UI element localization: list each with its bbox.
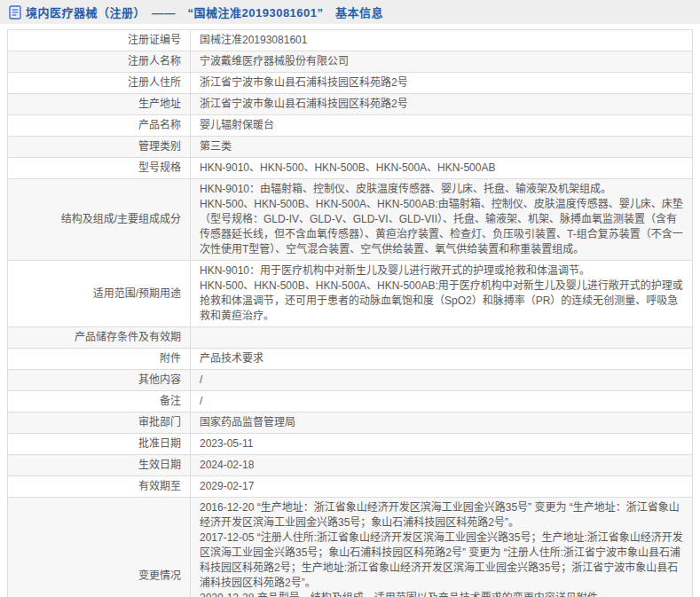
row-value: 2023-05-11 bbox=[191, 434, 693, 455]
info-table-container: 注册证编号 国械注准20193081601 注册人名称 宁波戴维医疗器械股份有限… bbox=[7, 29, 693, 597]
row-label: 注册人住所 bbox=[8, 73, 191, 94]
table-row-remarks: 备注 / bbox=[8, 391, 693, 412]
table-row-management-category: 管理类别 第三类 bbox=[8, 137, 693, 158]
row-value: 2016-12-20 “生产地址：浙江省象山经济开发区滨海工业园金兴路35号” … bbox=[191, 498, 693, 597]
row-label: 结构及组成/主要组成成分 bbox=[8, 179, 191, 261]
table-row-approval-department: 审批部门 国家药品监督管理局 bbox=[8, 412, 693, 434]
row-value: HKN-9010、HKN-500、HKN-500B、HKN-500A、HKN-5… bbox=[191, 158, 693, 179]
row-value bbox=[191, 327, 693, 349]
row-label: 型号规格 bbox=[8, 158, 191, 179]
row-label: 审批部门 bbox=[8, 412, 191, 434]
table-row-approval-date: 批准日期 2023-05-11 bbox=[8, 434, 693, 455]
page-header: 境内医疗器械（注册） —— “国械注准20193081601” 基本信息 bbox=[0, 0, 700, 24]
table-row-registrant-address: 注册人住所 浙江省宁波市象山县石浦科技园区科苑路2号 bbox=[8, 73, 693, 94]
row-label: 适用范围/预期用途 bbox=[8, 261, 191, 327]
row-label: 批准日期 bbox=[8, 434, 191, 455]
row-label: 变更情况 bbox=[8, 498, 191, 597]
table-row-production-address: 生产地址 浙江省宁波市象山县石浦科技园区科苑路2号 bbox=[8, 94, 693, 115]
row-value: 第三类 bbox=[191, 137, 693, 158]
table-row-model-spec: 型号规格 HKN-9010、HKN-500、HKN-500B、HKN-500A、… bbox=[8, 158, 693, 179]
table-row-storage-validity: 产品储存条件及有效期 bbox=[8, 327, 693, 349]
row-value: HKN-9010：用于医疗机构中对新生儿及婴儿进行敞开式的护理或抢救和体温调节。… bbox=[191, 261, 693, 327]
row-value: 国家药品监督管理局 bbox=[191, 412, 693, 434]
table-row-registrant-name: 注册人名称 宁波戴维医疗器械股份有限公司 bbox=[8, 51, 693, 73]
row-value: 2029-02-17 bbox=[191, 476, 693, 498]
row-value: 国械注准20193081601 bbox=[191, 30, 693, 51]
table-row-structure-composition: 结构及组成/主要组成成分 HKN-9010：由辐射箱、控制仪、皮肤温度传感器、婴… bbox=[8, 179, 693, 261]
row-value: 2024-02-18 bbox=[191, 455, 693, 476]
page-title: 境内医疗器械（注册） —— “国械注准20193081601” 基本信息 bbox=[26, 4, 383, 20]
table-row-intended-use: 适用范围/预期用途 HKN-9010：用于医疗机构中对新生儿及婴儿进行敞开式的护… bbox=[8, 261, 693, 327]
row-label: 注册人名称 bbox=[8, 51, 191, 73]
row-label: 产品名称 bbox=[8, 115, 191, 137]
table-row-expiry-date: 有效期至 2029-02-17 bbox=[8, 476, 693, 498]
row-label: 产品储存条件及有效期 bbox=[8, 327, 191, 349]
row-label: 生效日期 bbox=[8, 455, 191, 476]
table-row-other-content: 其他内容 / bbox=[8, 370, 693, 391]
row-value: 浙江省宁波市象山县石浦科技园区科苑路2号 bbox=[191, 94, 693, 115]
table-row-product-name: 产品名称 婴儿辐射保暖台 bbox=[8, 115, 693, 137]
row-label: 有效期至 bbox=[8, 476, 191, 498]
row-value: / bbox=[191, 391, 693, 412]
row-label: 生产地址 bbox=[8, 94, 191, 115]
row-value: 浙江省宁波市象山县石浦科技园区科苑路2号 bbox=[191, 73, 693, 94]
row-value: 产品技术要求 bbox=[191, 349, 693, 370]
registration-info-page: 境内医疗器械（注册） —— “国械注准20193081601” 基本信息 注册证… bbox=[0, 0, 700, 597]
registration-info-table: 注册证编号 国械注准20193081601 注册人名称 宁波戴维医疗器械股份有限… bbox=[7, 29, 693, 597]
row-value: 宁波戴维医疗器械股份有限公司 bbox=[191, 51, 693, 73]
row-label: 附件 bbox=[8, 349, 191, 370]
row-label: 注册证编号 bbox=[8, 30, 191, 51]
table-row-effective-date: 生效日期 2024-02-18 bbox=[8, 455, 693, 476]
document-icon bbox=[9, 5, 21, 20]
row-value: 婴儿辐射保暖台 bbox=[191, 115, 693, 137]
row-label: 管理类别 bbox=[8, 137, 191, 158]
row-value: HKN-9010：由辐射箱、控制仪、皮肤温度传感器、婴儿床、托盘、输液架及机架组… bbox=[191, 179, 693, 261]
table-row-change-history: 变更情况 2016-12-20 “生产地址：浙江省象山经济开发区滨海工业园金兴路… bbox=[8, 498, 693, 597]
row-label: 其他内容 bbox=[8, 370, 191, 391]
row-label: 备注 bbox=[8, 391, 191, 412]
table-row-registration-number: 注册证编号 国械注准20193081601 bbox=[8, 30, 693, 51]
table-row-attachment: 附件 产品技术要求 bbox=[8, 349, 693, 370]
row-value: / bbox=[191, 370, 693, 391]
